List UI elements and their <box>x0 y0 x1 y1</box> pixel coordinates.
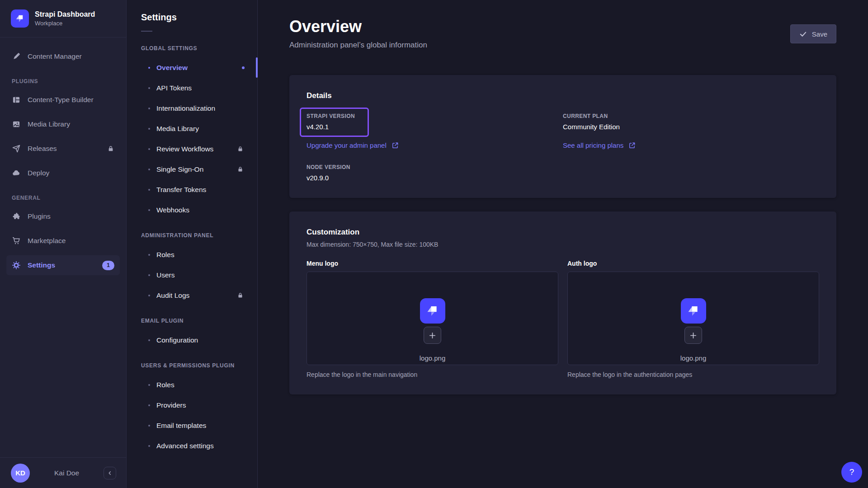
page-header: Overview Administration panel’s global i… <box>289 17 836 50</box>
strapi-logo-icon <box>681 298 706 324</box>
plus-icon <box>429 332 436 339</box>
avatar[interactable]: KD <box>11 464 30 483</box>
page-subtitle: Administration panel’s global informatio… <box>289 41 836 50</box>
sidebar-item-label: Settings <box>28 261 55 269</box>
settings-notification-badge: 1 <box>102 261 114 270</box>
sidebar-item-content-manager[interactable]: Content Manager <box>6 47 120 66</box>
lock-icon <box>107 145 114 152</box>
strapi-logo-icon <box>420 298 445 324</box>
subnav-item-providers[interactable]: Providers <box>127 395 257 415</box>
external-link-icon <box>392 142 399 149</box>
sidebar-item-settings[interactable]: Settings 1 <box>6 255 120 275</box>
sidebar-item-label: Deploy <box>28 169 49 177</box>
sidebar-item-content-type-builder[interactable]: Content-Type Builder <box>6 90 120 110</box>
node-version-value: v20.9.0 <box>307 174 563 182</box>
subnav-item-admin-roles[interactable]: Roles <box>127 244 257 265</box>
subnav-item-media-library[interactable]: Media Library <box>127 118 257 139</box>
subnav-item-configuration[interactable]: Configuration <box>127 330 257 350</box>
subnav-item-label: API Tokens <box>156 84 192 92</box>
user-row: KD Kai Doe <box>0 457 126 488</box>
strapi-logo-icon <box>11 9 29 28</box>
plus-icon <box>689 332 697 339</box>
sidebar-item-media-library[interactable]: Media Library <box>6 114 120 134</box>
subnav-item-audit-logs[interactable]: Audit Logs <box>127 285 257 305</box>
pen-icon <box>12 52 21 61</box>
current-plan-field: CURRENT PLAN Community Edition <box>563 113 819 131</box>
subnav-item-label: Internationalization <box>156 104 215 113</box>
menu-logo-upload-box[interactable]: logo.png <box>307 272 558 365</box>
save-button-label: Save <box>812 30 827 38</box>
lock-icon <box>237 145 244 152</box>
cloud-icon <box>12 169 21 178</box>
page-title: Overview <box>289 17 836 36</box>
sidebar-item-label: Plugins <box>28 212 51 221</box>
auth-logo-upload-box[interactable]: logo.png <box>567 272 819 365</box>
menu-logo-field: Menu logo <box>307 260 558 378</box>
sidebar-item-label: Media Library <box>28 120 70 128</box>
upgrade-link-label: Upgrade your admin panel <box>307 141 387 149</box>
current-plan-value: Community Edition <box>563 123 819 131</box>
sidebar-item-label: Content-Type Builder <box>28 96 94 104</box>
auth-logo-filename: logo.png <box>680 354 707 362</box>
subnav-item-single-sign-on[interactable]: Single Sign-On <box>127 159 257 179</box>
upgrade-admin-panel-link[interactable]: Upgrade your admin panel <box>307 141 399 149</box>
subnav-item-up-roles[interactable]: Roles <box>127 375 257 395</box>
subnav-section-email-plugin: EMAIL PLUGIN <box>127 305 257 330</box>
user-name: Kai Doe <box>34 469 99 477</box>
check-icon <box>799 30 807 38</box>
pricing-plans-link[interactable]: See all pricing plans <box>563 141 636 149</box>
help-button[interactable]: ? <box>841 462 862 483</box>
customization-card: Customization Max dimension: 750×750, Ma… <box>289 211 836 394</box>
workspace-brand[interactable]: Strapi Dashboard Workplace <box>0 0 126 37</box>
menu-logo-label: Menu logo <box>307 260 558 267</box>
subnav-item-advanced-settings[interactable]: Advanced settings <box>127 436 257 456</box>
sidebar-item-marketplace[interactable]: Marketplace <box>6 231 120 251</box>
subnav-item-email-templates[interactable]: Email templates <box>127 415 257 436</box>
subnav-section-global-settings: GLOBAL SETTINGS <box>127 32 257 57</box>
subnav-item-api-tokens[interactable]: API Tokens <box>127 78 257 98</box>
menu-logo-filename: logo.png <box>420 354 446 362</box>
subnav-item-review-workflows[interactable]: Review Workflows <box>127 139 257 159</box>
add-auth-logo-button[interactable] <box>684 327 702 344</box>
add-menu-logo-button[interactable] <box>424 327 441 344</box>
current-plan-label: CURRENT PLAN <box>563 113 819 119</box>
subnav-item-webhooks[interactable]: Webhooks <box>127 200 257 220</box>
chevron-left-icon <box>107 470 113 476</box>
auth-logo-hint: Replace the logo in the authentication p… <box>567 371 819 378</box>
collapse-sidebar-button[interactable] <box>104 467 116 479</box>
sidebar-item-label: Releases <box>28 145 57 153</box>
lock-icon <box>237 166 244 173</box>
sidebar-nav-list: Content Manager PLUGINS Content-Type Bui… <box>0 38 126 457</box>
subnav-title: Settings <box>127 0 257 23</box>
sidebar-item-releases[interactable]: Releases <box>6 139 120 159</box>
subnav-item-label: Users <box>156 271 175 279</box>
subnav-item-label: Media Library <box>156 125 199 133</box>
subnav-item-transfer-tokens[interactable]: Transfer Tokens <box>127 179 257 200</box>
active-dot <box>242 66 245 69</box>
subnav-item-label: Providers <box>156 401 186 409</box>
subnav-item-internationalization[interactable]: Internationalization <box>127 98 257 118</box>
subnav-item-label: Roles <box>156 381 175 389</box>
main-content: Overview Administration panel’s global i… <box>258 0 868 488</box>
save-button[interactable]: Save <box>790 24 836 43</box>
sidebar-item-label: Content Manager <box>28 52 82 61</box>
auth-logo-label: Auth logo <box>567 260 819 267</box>
pricing-link-label: See all pricing plans <box>563 141 623 149</box>
details-heading: Details <box>307 91 819 100</box>
subnav-item-label: Email templates <box>156 422 206 430</box>
subnav-item-label: Advanced settings <box>156 442 214 450</box>
strapi-version-label: STRAPI VERSION <box>307 113 355 119</box>
workspace-title: Strapi Dashboard <box>35 10 95 19</box>
picture-icon <box>12 120 21 129</box>
subnav-item-overview[interactable]: Overview <box>127 57 257 78</box>
lock-icon <box>237 292 244 299</box>
subnav-item-label: Configuration <box>156 336 198 344</box>
sidebar-item-plugins[interactable]: Plugins <box>6 206 120 226</box>
puzzle-icon <box>12 212 21 221</box>
sidebar-item-deploy[interactable]: Deploy <box>6 163 120 183</box>
subnav-item-label: Overview <box>156 64 188 72</box>
sidebar-section-plugins: PLUGINS <box>5 66 121 85</box>
subnav-item-admin-users[interactable]: Users <box>127 265 257 285</box>
cart-icon <box>12 236 21 245</box>
node-version-label: NODE VERSION <box>307 164 563 170</box>
